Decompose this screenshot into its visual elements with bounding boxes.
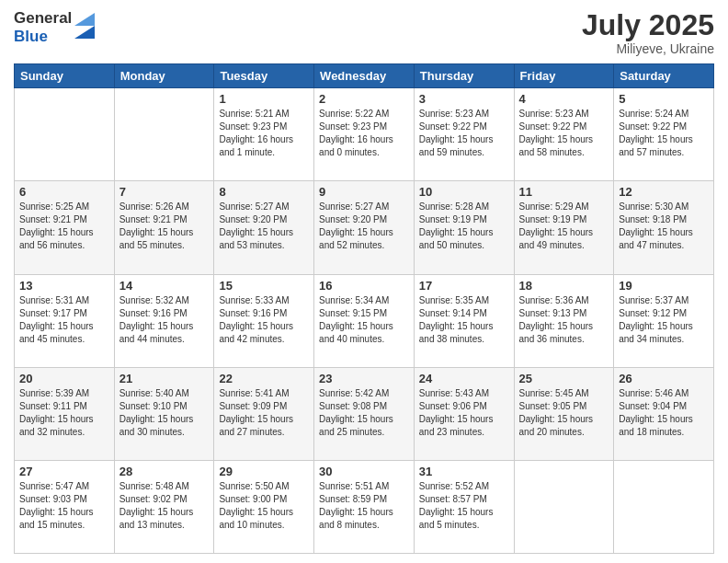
day-number: 13 [19, 279, 109, 293]
calendar-cell: 2Sunrise: 5:22 AM Sunset: 9:23 PM Daylig… [314, 88, 415, 181]
weekday-header-friday: Friday [514, 64, 614, 88]
cell-info: Sunrise: 5:51 AM Sunset: 8:59 PM Dayligh… [319, 480, 409, 532]
calendar-cell: 10Sunrise: 5:28 AM Sunset: 9:19 PM Dayli… [414, 181, 514, 274]
calendar-cell: 12Sunrise: 5:30 AM Sunset: 9:18 PM Dayli… [614, 181, 714, 274]
calendar: SundayMondayTuesdayWednesdayThursdayFrid… [14, 63, 714, 554]
cell-info: Sunrise: 5:27 AM Sunset: 9:20 PM Dayligh… [219, 201, 309, 252]
svg-marker-0 [74, 26, 95, 39]
weekday-header-thursday: Thursday [414, 64, 514, 88]
calendar-week-5: 27Sunrise: 5:47 AM Sunset: 9:03 PM Dayli… [15, 460, 714, 553]
weekday-header-wednesday: Wednesday [314, 64, 415, 88]
weekday-header-row: SundayMondayTuesdayWednesdayThursdayFrid… [15, 64, 714, 88]
cell-info: Sunrise: 5:39 AM Sunset: 9:11 PM Dayligh… [19, 387, 109, 439]
cell-info: Sunrise: 5:50 AM Sunset: 9:00 PM Dayligh… [219, 480, 309, 532]
calendar-cell: 22Sunrise: 5:41 AM Sunset: 9:09 PM Dayli… [214, 367, 314, 460]
day-number: 3 [419, 92, 509, 106]
calendar-cell: 13Sunrise: 5:31 AM Sunset: 9:17 PM Dayli… [15, 274, 115, 367]
day-number: 29 [219, 465, 309, 478]
weekday-header-monday: Monday [114, 64, 214, 88]
day-number: 30 [319, 465, 409, 478]
cell-info: Sunrise: 5:40 AM Sunset: 9:10 PM Dayligh… [119, 387, 210, 439]
cell-info: Sunrise: 5:46 AM Sunset: 9:04 PM Dayligh… [619, 387, 709, 439]
weekday-header-tuesday: Tuesday [214, 64, 314, 88]
calendar-week-2: 6Sunrise: 5:25 AM Sunset: 9:21 PM Daylig… [15, 181, 714, 274]
day-number: 11 [519, 185, 609, 199]
cell-info: Sunrise: 5:28 AM Sunset: 9:19 PM Dayligh… [419, 201, 509, 252]
calendar-cell: 9Sunrise: 5:27 AM Sunset: 9:20 PM Daylig… [314, 181, 415, 274]
calendar-cell: 28Sunrise: 5:48 AM Sunset: 9:02 PM Dayli… [114, 460, 214, 553]
cell-info: Sunrise: 5:36 AM Sunset: 9:13 PM Dayligh… [519, 294, 609, 346]
day-number: 10 [419, 185, 509, 199]
day-number: 25 [519, 372, 609, 385]
calendar-cell: 20Sunrise: 5:39 AM Sunset: 9:11 PM Dayli… [15, 367, 115, 460]
day-number: 2 [319, 92, 409, 106]
calendar-cell: 16Sunrise: 5:34 AM Sunset: 9:15 PM Dayli… [314, 274, 415, 367]
day-number: 5 [619, 92, 709, 106]
day-number: 26 [619, 372, 709, 385]
cell-info: Sunrise: 5:33 AM Sunset: 9:16 PM Dayligh… [219, 294, 309, 346]
calendar-cell: 7Sunrise: 5:26 AM Sunset: 9:21 PM Daylig… [114, 181, 214, 274]
cell-info: Sunrise: 5:31 AM Sunset: 9:17 PM Dayligh… [19, 294, 109, 346]
calendar-cell: 29Sunrise: 5:50 AM Sunset: 9:00 PM Dayli… [214, 460, 314, 553]
calendar-cell: 25Sunrise: 5:45 AM Sunset: 9:05 PM Dayli… [514, 367, 614, 460]
calendar-cell [614, 460, 714, 553]
calendar-cell: 3Sunrise: 5:23 AM Sunset: 9:22 PM Daylig… [414, 88, 514, 181]
day-number: 21 [119, 372, 210, 385]
calendar-cell: 4Sunrise: 5:23 AM Sunset: 9:22 PM Daylig… [514, 88, 614, 181]
cell-info: Sunrise: 5:24 AM Sunset: 9:22 PM Dayligh… [619, 108, 709, 159]
calendar-cell: 15Sunrise: 5:33 AM Sunset: 9:16 PM Dayli… [214, 274, 314, 367]
day-number: 31 [419, 465, 509, 478]
cell-info: Sunrise: 5:27 AM Sunset: 9:20 PM Dayligh… [319, 201, 409, 252]
day-number: 20 [19, 372, 109, 385]
logo-blue: Blue [14, 28, 72, 46]
calendar-cell [514, 460, 614, 553]
main-title: July 2025 [582, 9, 714, 41]
day-number: 19 [619, 279, 709, 293]
cell-info: Sunrise: 5:22 AM Sunset: 9:23 PM Dayligh… [319, 108, 409, 159]
day-number: 6 [19, 185, 109, 199]
calendar-cell: 24Sunrise: 5:43 AM Sunset: 9:06 PM Dayli… [414, 367, 514, 460]
calendar-cell: 26Sunrise: 5:46 AM Sunset: 9:04 PM Dayli… [614, 367, 714, 460]
calendar-week-3: 13Sunrise: 5:31 AM Sunset: 9:17 PM Dayli… [15, 274, 714, 367]
day-number: 17 [419, 279, 509, 293]
cell-info: Sunrise: 5:21 AM Sunset: 9:23 PM Dayligh… [219, 108, 309, 159]
cell-info: Sunrise: 5:52 AM Sunset: 8:57 PM Dayligh… [419, 480, 509, 532]
calendar-cell: 5Sunrise: 5:24 AM Sunset: 9:22 PM Daylig… [614, 88, 714, 181]
calendar-cell: 17Sunrise: 5:35 AM Sunset: 9:14 PM Dayli… [414, 274, 514, 367]
logo-icon [74, 13, 95, 39]
cell-info: Sunrise: 5:43 AM Sunset: 9:06 PM Dayligh… [419, 387, 509, 439]
svg-marker-1 [74, 13, 95, 26]
calendar-cell [15, 88, 115, 181]
day-number: 23 [319, 372, 409, 385]
day-number: 14 [119, 279, 210, 293]
day-number: 4 [519, 92, 609, 106]
weekday-header-saturday: Saturday [614, 64, 714, 88]
calendar-cell: 31Sunrise: 5:52 AM Sunset: 8:57 PM Dayli… [414, 460, 514, 553]
calendar-cell: 23Sunrise: 5:42 AM Sunset: 9:08 PM Dayli… [314, 367, 415, 460]
cell-info: Sunrise: 5:34 AM Sunset: 9:15 PM Dayligh… [319, 294, 409, 346]
day-number: 7 [119, 185, 210, 199]
calendar-cell: 1Sunrise: 5:21 AM Sunset: 9:23 PM Daylig… [214, 88, 314, 181]
weekday-header-sunday: Sunday [15, 64, 115, 88]
day-number: 1 [219, 92, 309, 106]
cell-info: Sunrise: 5:48 AM Sunset: 9:02 PM Dayligh… [119, 480, 210, 532]
cell-info: Sunrise: 5:35 AM Sunset: 9:14 PM Dayligh… [419, 294, 509, 346]
calendar-cell: 18Sunrise: 5:36 AM Sunset: 9:13 PM Dayli… [514, 274, 614, 367]
calendar-week-1: 1Sunrise: 5:21 AM Sunset: 9:23 PM Daylig… [15, 88, 714, 181]
day-number: 28 [119, 465, 210, 478]
day-number: 27 [19, 465, 109, 478]
cell-info: Sunrise: 5:41 AM Sunset: 9:09 PM Dayligh… [219, 387, 309, 439]
calendar-cell: 30Sunrise: 5:51 AM Sunset: 8:59 PM Dayli… [314, 460, 415, 553]
day-number: 9 [319, 185, 409, 199]
cell-info: Sunrise: 5:47 AM Sunset: 9:03 PM Dayligh… [19, 480, 109, 532]
cell-info: Sunrise: 5:30 AM Sunset: 9:18 PM Dayligh… [619, 201, 709, 252]
cell-info: Sunrise: 5:23 AM Sunset: 9:22 PM Dayligh… [519, 108, 609, 159]
cell-info: Sunrise: 5:25 AM Sunset: 9:21 PM Dayligh… [19, 201, 109, 252]
calendar-cell: 19Sunrise: 5:37 AM Sunset: 9:12 PM Dayli… [614, 274, 714, 367]
title-block: July 2025 Miliyeve, Ukraine [582, 9, 714, 56]
day-number: 18 [519, 279, 609, 293]
day-number: 12 [619, 185, 709, 199]
calendar-cell: 11Sunrise: 5:29 AM Sunset: 9:19 PM Dayli… [514, 181, 614, 274]
cell-info: Sunrise: 5:32 AM Sunset: 9:16 PM Dayligh… [119, 294, 210, 346]
cell-info: Sunrise: 5:23 AM Sunset: 9:22 PM Dayligh… [419, 108, 509, 159]
